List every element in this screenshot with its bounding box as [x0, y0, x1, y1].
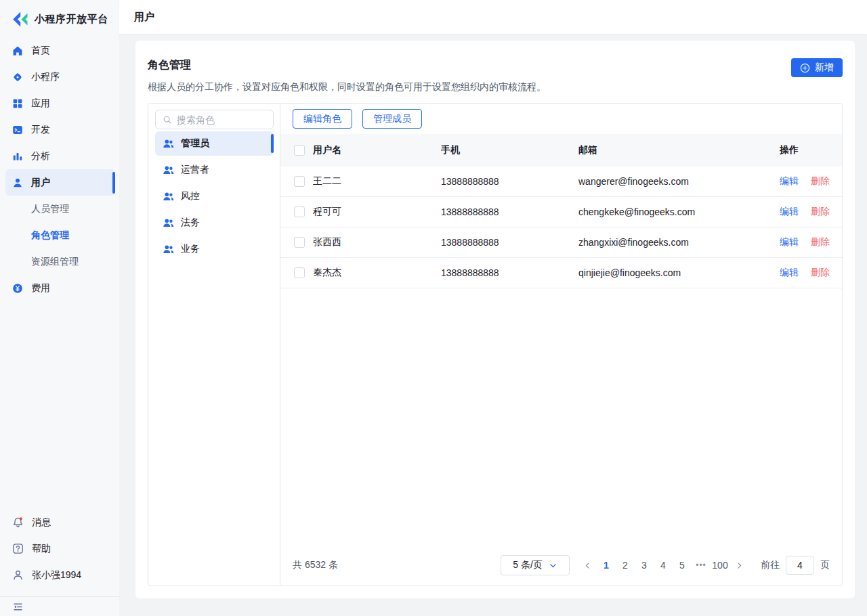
- table-row: 秦杰杰 13888888888 qinjiejie@finogeeks.com …: [280, 258, 842, 288]
- user-email: chengkeke@finogeeks.com: [578, 206, 780, 217]
- row-checkbox[interactable]: [294, 237, 305, 248]
- sidebar-item-label: 消息: [32, 516, 51, 529]
- column-header-name: 用户名: [313, 144, 441, 156]
- user-phone: 13888888888: [441, 206, 578, 217]
- role-name: 业务: [181, 243, 200, 255]
- edit-link[interactable]: 编辑: [780, 175, 799, 188]
- sidebar-item-messages[interactable]: 消息: [0, 509, 119, 535]
- sidebar-subitem-label: 资源组管理: [31, 256, 79, 268]
- home-icon: [12, 45, 23, 56]
- sidebar-item-home[interactable]: 首页: [5, 37, 115, 64]
- more-pages-icon[interactable]: •••: [692, 555, 711, 575]
- sidebar-item-users[interactable]: 用户: [5, 169, 115, 196]
- page-size-select[interactable]: 5 条/页: [501, 555, 570, 575]
- sidebar-item-analytics[interactable]: 分析: [5, 143, 115, 169]
- row-checkbox[interactable]: [294, 176, 305, 187]
- fee-icon: [12, 283, 23, 294]
- edit-role-button[interactable]: 编辑角色: [293, 109, 352, 129]
- sidebar-item-label: 费用: [31, 282, 50, 294]
- user-email: qinjiejie@finogeeks.com: [578, 267, 780, 278]
- sidebar-subitem-label: 角色管理: [31, 229, 69, 242]
- sidebar-item-apps[interactable]: 应用: [5, 90, 115, 116]
- edit-link[interactable]: 编辑: [780, 267, 799, 279]
- next-page-button[interactable]: [729, 555, 748, 575]
- column-header-ops: 操作: [780, 144, 842, 156]
- sidebar-item-label: 帮助: [32, 543, 51, 555]
- column-header-phone: 手机: [441, 144, 578, 156]
- role-group-icon: [163, 191, 174, 202]
- chevron-down-icon: [549, 561, 557, 570]
- page-number[interactable]: 5: [673, 555, 692, 575]
- sidebar-item-label: 分析: [31, 150, 50, 162]
- role-management-card: 角色管理 根据人员的分工协作，设置对应角色和权限，同时设置的角色可用于设置您组织…: [135, 41, 855, 598]
- chevron-right-icon: [735, 561, 744, 570]
- user-name: 秦杰杰: [313, 267, 441, 279]
- account-name: 张小强1994: [32, 569, 81, 581]
- user-email: wangerer@finogeeks.com: [578, 176, 780, 187]
- role-search-box[interactable]: [155, 110, 274, 129]
- user-phone: 13888888888: [441, 267, 578, 278]
- sidebar-nav: 首页 小程序 应用 开发: [0, 35, 119, 301]
- main-column: 用户 角色管理 根据人员的分工协作，设置对应角色和权限，同时设置的角色可用于设置…: [119, 0, 867, 616]
- sidebar-item-dev[interactable]: 开发: [5, 116, 115, 143]
- card-header-text: 角色管理 根据人员的分工协作，设置对应角色和权限，同时设置的角色可用于设置您组织…: [148, 58, 546, 93]
- delete-link[interactable]: 删除: [811, 236, 830, 248]
- content-area: 角色管理 根据人员的分工协作，设置对应角色和权限，同时设置的角色可用于设置您组织…: [119, 34, 867, 616]
- role-search-input[interactable]: [177, 114, 266, 125]
- add-role-button[interactable]: 新增: [791, 58, 843, 77]
- total-count: 共 6532 条: [293, 559, 338, 571]
- person-outline-icon: [12, 569, 24, 581]
- prev-page-button[interactable]: [578, 555, 597, 575]
- collapse-sidebar-icon[interactable]: [12, 601, 24, 613]
- sidebar-subitem-members[interactable]: 人员管理: [5, 196, 115, 222]
- sidebar-subitem-roles[interactable]: 角色管理: [5, 222, 115, 248]
- page-number[interactable]: 1: [597, 555, 616, 575]
- role-item-admin[interactable]: 管理员: [155, 131, 274, 156]
- delete-link[interactable]: 删除: [811, 175, 830, 188]
- page-number[interactable]: 4: [654, 555, 673, 575]
- logo: 小程序开放平台: [0, 0, 119, 35]
- sidebar-item-billing[interactable]: 费用: [5, 275, 115, 301]
- page-number[interactable]: 100: [711, 555, 729, 575]
- user-name: 王二二: [313, 175, 441, 188]
- pagination-bar: 共 6532 条 5 条/页: [280, 555, 842, 586]
- app-root: 小程序开放平台 首页 小程序 应用: [0, 0, 867, 616]
- sidebar-subitem-resource-groups[interactable]: 资源组管理: [5, 248, 115, 275]
- edit-link[interactable]: 编辑: [780, 236, 799, 248]
- role-group-icon: [163, 138, 174, 150]
- role-item-legal[interactable]: 法务: [155, 211, 274, 235]
- sidebar-item-help[interactable]: 帮助: [0, 535, 119, 562]
- sidebar-item-label: 首页: [31, 45, 50, 57]
- sidebar-item-miniapp[interactable]: 小程序: [5, 64, 115, 90]
- miniapp-icon: [12, 72, 23, 83]
- page-number[interactable]: 2: [616, 555, 635, 575]
- page-description: 根据人员的分工协作，设置对应角色和权限，同时设置的角色可用于设置您组织内的审核流…: [148, 80, 546, 93]
- page-number[interactable]: 3: [635, 555, 654, 575]
- role-item-operator[interactable]: 运营者: [155, 158, 274, 182]
- table-row: 王二二 13888888888 wangerer@finogeeks.com 编…: [280, 167, 842, 197]
- bell-icon: [12, 516, 24, 528]
- row-checkbox[interactable]: [294, 267, 305, 278]
- goto-label: 前往: [761, 559, 780, 571]
- role-item-risk[interactable]: 风控: [155, 184, 274, 208]
- role-item-business[interactable]: 业务: [155, 237, 274, 261]
- user-phone: 13888888888: [441, 237, 578, 248]
- chevron-left-icon: [583, 561, 592, 570]
- sidebar-item-account[interactable]: 张小强1994: [0, 562, 119, 588]
- platform-logo-icon: [11, 10, 29, 28]
- table-header: 用户名 手机 邮箱 操作: [280, 134, 842, 167]
- add-role-label: 新增: [815, 62, 834, 74]
- delete-link[interactable]: 删除: [811, 267, 830, 279]
- select-all-checkbox[interactable]: [294, 145, 305, 156]
- dev-icon: [12, 125, 23, 135]
- row-checkbox[interactable]: [294, 206, 305, 217]
- delete-link[interactable]: 删除: [811, 206, 830, 218]
- role-name: 风控: [181, 190, 200, 202]
- manage-members-button[interactable]: 管理成员: [362, 109, 422, 129]
- role-name: 管理员: [181, 137, 209, 150]
- platform-title: 小程序开放平台: [35, 13, 108, 26]
- goto-page-input[interactable]: [786, 556, 814, 575]
- role-name: 法务: [181, 217, 200, 229]
- edit-link[interactable]: 编辑: [780, 206, 799, 218]
- table-toolbar: 编辑角色 管理成员: [280, 109, 842, 129]
